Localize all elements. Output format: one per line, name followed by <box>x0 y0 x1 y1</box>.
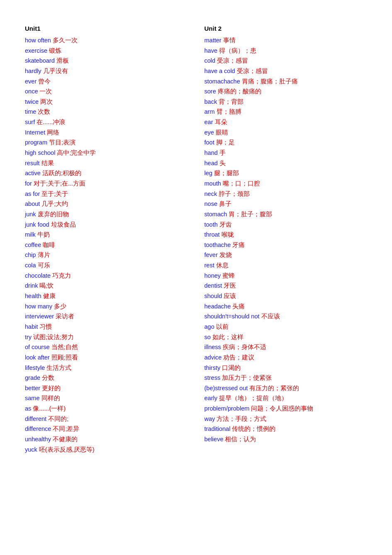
list-item: mouth 嘴；口；口腔 <box>205 178 368 189</box>
vocab-english: hardly <box>25 68 41 74</box>
list-item: for 对于;关于;在...方面 <box>25 178 188 189</box>
vocab-chinese: 如此；这样 <box>212 334 243 340</box>
list-item: matter 事情 <box>205 35 368 46</box>
vocab-chinese: 喉咙 <box>222 231 234 238</box>
list-item: early 提早（地）；提前（地） <box>205 393 368 403</box>
vocab-chinese: 手 <box>219 149 226 156</box>
list-item: have 得（病）；患 <box>205 46 368 56</box>
vocab-chinese: 加压力于；使紧张 <box>222 374 272 381</box>
vocab-english: look after <box>25 354 50 361</box>
vocab-english: ever <box>25 78 37 85</box>
vocab-chinese: 至于;关于 <box>41 191 68 197</box>
vocab-english: rest <box>205 262 214 269</box>
vocab-chinese: 呸(表示反感,厌恶等) <box>39 446 95 453</box>
vocab-english: cold <box>205 57 216 64</box>
vocab-chinese: 背；背部 <box>219 98 243 105</box>
list-item: illness 疾病；身体不适 <box>205 342 368 352</box>
vocab-english: shouldn't=should not <box>205 313 260 320</box>
list-item: yuck 呸(表示反感,厌恶等) <box>25 445 188 455</box>
vocab-english: unhealthy <box>25 436 51 443</box>
vocab-chinese: 采访者 <box>56 313 74 320</box>
unit2-title: Unit 2 <box>205 25 368 32</box>
vocab-chinese: 牙痛 <box>232 242 245 248</box>
vocab-english: about <box>25 200 40 207</box>
vocab-english: program <box>25 139 47 146</box>
unit1-column: Unit1 how often 多久一次exercise 锻炼skateboar… <box>25 25 188 455</box>
list-item: try 试图;设法;努力 <box>25 332 188 342</box>
vocab-english: exercise <box>25 47 47 54</box>
list-item: stress 加压力于；使紧张 <box>205 373 368 383</box>
vocab-chinese: 试图;设法;努力 <box>33 334 74 340</box>
unit1-list: how often 多久一次exercise 锻炼skateboard 滑板ha… <box>25 35 188 455</box>
list-item: same 同样的 <box>25 393 188 403</box>
vocab-english: foot <box>205 139 214 146</box>
unit2-list: matter 事情have 得（病）；患cold 受凉；感冒have a col… <box>205 35 368 445</box>
vocab-chinese: 滑板 <box>56 57 69 64</box>
vocab-chinese: 牛奶 <box>37 231 50 238</box>
vocab-chinese: 可乐 <box>38 262 50 269</box>
vocab-english: problem/problem <box>205 405 250 412</box>
list-item: chocolate 巧克力 <box>25 271 188 281</box>
list-item: neck 脖子；颈部 <box>205 189 368 199</box>
vocab-english: active <box>25 170 41 176</box>
vocab-english: should <box>205 293 222 299</box>
vocab-chinese: 得（病）；患 <box>219 47 256 54</box>
vocab-chinese: 有压力的；紧张的 <box>249 385 299 391</box>
vocab-english: same <box>25 395 39 401</box>
vocab-chinese: 牙医 <box>224 282 236 289</box>
vocab-english: how many <box>25 303 52 310</box>
vocab-english: coffee <box>25 242 41 248</box>
vocab-chinese: 几乎没有 <box>43 68 68 74</box>
vocab-chinese: 疾病；身体不适 <box>223 344 266 350</box>
vocab-chinese: 疼痛的；酸痛的 <box>218 88 261 95</box>
vocab-chinese: 薄片 <box>38 252 50 258</box>
list-item: time 次数 <box>25 107 188 117</box>
vocab-english: difference <box>25 425 51 432</box>
vocab-chinese: 咖啡 <box>43 242 55 248</box>
vocab-chinese: 几乎;大约 <box>41 200 68 207</box>
vocab-english: lifestyle <box>25 364 45 371</box>
vocab-chinese: 受凉；感冒 <box>217 57 248 64</box>
vocab-chinese: 发烧 <box>219 252 232 258</box>
vocab-english: mouth <box>205 180 221 187</box>
vocab-english: as <box>25 405 31 412</box>
list-item: of course 当然;自然 <box>25 342 188 352</box>
vocab-english: as for <box>25 191 40 197</box>
vocab-chinese: 提早（地）；提前（地） <box>219 395 287 401</box>
list-item: ever 曾今 <box>25 76 188 87</box>
vocab-chinese: 传统的；惯例的 <box>232 425 275 432</box>
vocab-chinese: 更好的 <box>42 385 61 391</box>
list-item: junk food 垃圾食品 <box>25 220 188 230</box>
vocab-chinese: 分数 <box>42 374 54 381</box>
list-item: Internet 网络 <box>25 127 188 138</box>
list-item: back 背；背部 <box>205 97 368 107</box>
vocab-english: different <box>25 416 46 422</box>
list-item: nose 鼻子 <box>205 199 368 209</box>
list-item: toothache 牙痛 <box>205 240 368 250</box>
vocab-chinese: 头 <box>219 160 226 166</box>
vocab-chinese: 脚；足 <box>216 139 235 146</box>
list-item: stomach 胃；肚子；腹部 <box>205 209 368 220</box>
vocab-chinese: 方法；手段；方式 <box>217 416 266 422</box>
list-item: high school 高中;完全中学 <box>25 148 188 158</box>
vocab-chinese: 嘴；口；口腔 <box>223 180 260 187</box>
vocab-english: hand <box>205 149 218 156</box>
list-item: honey 蜜蜂 <box>205 271 368 281</box>
vocab-english: (be)stressed out <box>205 385 248 391</box>
list-item: have a cold 受凉；感冒 <box>205 66 368 76</box>
vocab-chinese: 像......(一样) <box>33 405 66 412</box>
list-item: skateboard 滑板 <box>25 56 188 66</box>
list-item: health 健康 <box>25 291 188 301</box>
list-item: way 方法；手段；方式 <box>205 414 368 424</box>
vocab-english: for <box>25 180 32 187</box>
vocab-english: milk <box>25 231 36 238</box>
vocab-chinese: 应该 <box>224 293 236 299</box>
vocab-chinese: 臂；胳膊 <box>217 108 241 115</box>
vocab-english: advice <box>205 354 222 361</box>
vocab-chinese: 次数 <box>38 108 50 115</box>
list-item: about 几乎;大约 <box>25 199 188 209</box>
vocab-chinese: 同样的 <box>41 395 60 401</box>
vocab-english: eye <box>205 129 214 136</box>
vocab-chinese: 对于;关于;在...方面 <box>34 180 85 187</box>
list-item: result 结果 <box>25 158 188 169</box>
